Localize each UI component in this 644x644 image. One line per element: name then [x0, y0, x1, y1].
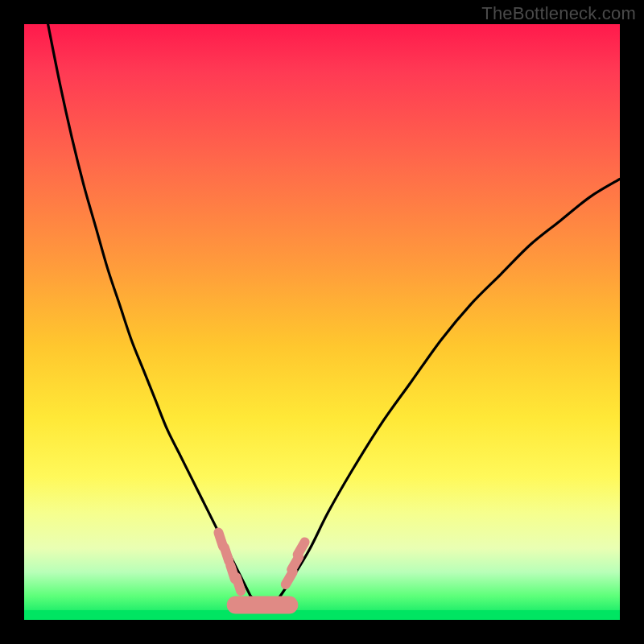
outer-frame: TheBottleneck.com [0, 0, 644, 644]
wall-marker [298, 542, 305, 555]
curve-left-branch [48, 24, 251, 596]
watermark-text: TheBottleneck.com [481, 3, 636, 24]
wall-marker [237, 577, 242, 591]
plot-area [24, 24, 620, 620]
curve-svg [24, 24, 620, 620]
wall-marker [225, 547, 229, 561]
curve-right-branch [280, 179, 620, 596]
